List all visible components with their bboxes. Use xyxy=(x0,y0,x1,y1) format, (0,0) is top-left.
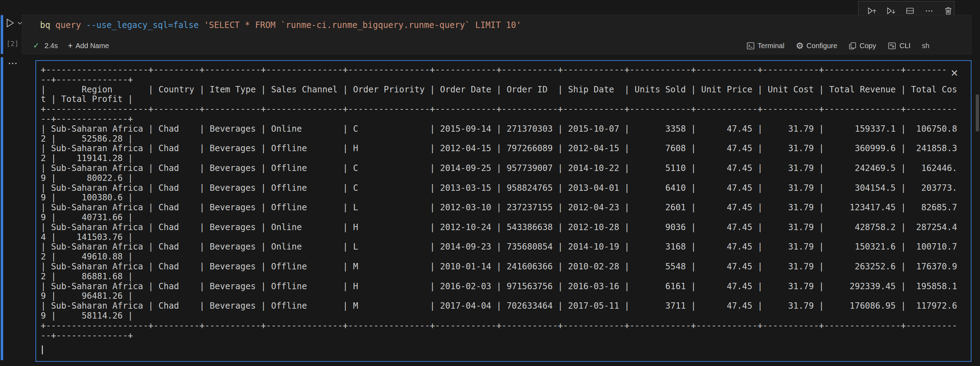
play-icon xyxy=(5,18,15,29)
gear-icon: ⚙ xyxy=(796,42,803,50)
delete-cell-button[interactable] xyxy=(943,6,953,16)
close-output-button[interactable]: ✕ xyxy=(948,69,960,78)
play-up-icon xyxy=(867,6,877,16)
code-token: 'SELECT * FROM `runme-ci.runme_bigquery.… xyxy=(204,20,521,30)
success-check-icon: ✓ xyxy=(33,41,39,50)
terminal-cursor xyxy=(42,345,43,354)
terminal-button[interactable]: Terminal xyxy=(746,42,784,50)
status-right: Terminal ⚙ Configure Copy CLI xyxy=(746,42,929,50)
terminal-label: Terminal xyxy=(757,42,784,50)
ellipsis-icon xyxy=(924,6,934,16)
language-picker[interactable]: sh xyxy=(922,42,929,50)
copy-button[interactable]: Copy xyxy=(848,42,876,50)
code-token: --use_legacy_sql=false xyxy=(86,20,204,30)
output-focus-bar xyxy=(1,57,3,360)
split-cell-icon xyxy=(905,6,915,16)
execution-duration: 2.4s xyxy=(44,42,58,50)
cell-code-editor[interactable]: bq query --use_legacy_sql=false 'SELECT … xyxy=(40,20,971,30)
code-cell: bq query --use_legacy_sql=false 'SELECT … xyxy=(22,15,972,54)
add-name-button[interactable]: + Add Name xyxy=(68,41,109,51)
trash-icon xyxy=(943,6,953,16)
plus-icon: + xyxy=(68,41,73,51)
configure-label: Configure xyxy=(807,42,837,50)
status-left: ✓ 2.4s + Add Name xyxy=(33,41,109,51)
execute-below-button[interactable] xyxy=(886,6,896,16)
add-name-label: Add Name xyxy=(75,42,109,50)
notebook-cell-view: [2] ⋯ bq query --use_legacy_sql=false 'S… xyxy=(0,0,980,366)
split-cell-button[interactable] xyxy=(905,6,915,16)
code-token: query xyxy=(55,20,86,30)
more-actions-button[interactable] xyxy=(924,6,934,16)
execute-above-button[interactable] xyxy=(867,6,877,16)
scrollbar-thumb[interactable] xyxy=(976,95,979,132)
terminal-output-panel: +--------------------+---------+--------… xyxy=(35,60,972,362)
execution-count: [2] xyxy=(6,40,18,48)
cli-button[interactable]: CLI xyxy=(888,42,910,50)
output-options-button[interactable]: ⋯ xyxy=(8,57,18,69)
terminal-icon xyxy=(746,42,755,50)
cell-status-bar: ✓ 2.4s + Add Name Terminal ⚙ Configure xyxy=(22,38,971,54)
play-down-icon xyxy=(886,6,896,16)
cli-icon xyxy=(888,42,897,50)
chevron-down-icon[interactable] xyxy=(18,18,22,29)
code-token: bq xyxy=(40,20,55,30)
configure-button[interactable]: ⚙ Configure xyxy=(796,42,837,50)
cli-label: CLI xyxy=(900,42,910,50)
copy-label: Copy xyxy=(859,42,876,50)
terminal-output-text[interactable]: +--------------------+---------+--------… xyxy=(36,61,971,341)
run-cell-button[interactable] xyxy=(5,18,22,29)
copy-icon xyxy=(848,42,857,50)
cell-focus-bar xyxy=(1,15,3,54)
